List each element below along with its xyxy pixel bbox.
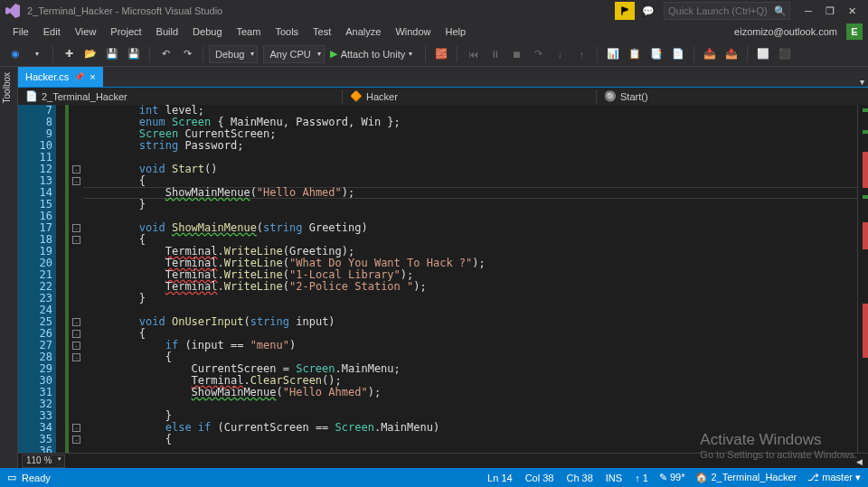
nav-project[interactable]: 📄2_Terminal_Hacker xyxy=(18,90,135,102)
fold-toggle[interactable]: - xyxy=(72,236,80,244)
status-ready: Ready xyxy=(22,473,51,483)
fold-toggle[interactable]: - xyxy=(72,353,80,361)
save-button[interactable]: 💾 xyxy=(102,44,122,64)
tabs-overflow-button[interactable]: ▾ xyxy=(860,77,868,87)
tool-icon-d[interactable]: 📄 xyxy=(668,44,688,64)
vs-logo-icon xyxy=(5,4,20,18)
file-tab-hacker[interactable]: Hacker.cs 📌 × xyxy=(18,67,103,87)
undo-button[interactable]: ↶ xyxy=(156,44,175,64)
redo-button[interactable]: ↷ xyxy=(177,44,197,64)
pin-icon[interactable]: 📌 xyxy=(74,72,84,81)
menu-window[interactable]: Window xyxy=(388,24,438,39)
menu-edit[interactable]: Edit xyxy=(36,24,68,39)
new-button[interactable]: ✚ xyxy=(59,44,79,64)
menu-bar: FileEditViewProjectBuildDebugTeamToolsTe… xyxy=(0,22,868,42)
nav-class-label: Hacker xyxy=(366,91,398,102)
tool-icon-e[interactable]: 📥 xyxy=(700,44,720,64)
status-branch[interactable]: ⎇ master ▾ xyxy=(807,472,861,483)
save-all-button[interactable]: 💾 xyxy=(124,44,144,64)
account-link[interactable]: eizomizo@outlook.com xyxy=(729,26,843,37)
tool-icon-1[interactable]: 🧱 xyxy=(431,44,451,64)
menu-help[interactable]: Help xyxy=(439,24,474,39)
nav-class[interactable]: 🔶Hacker xyxy=(343,90,596,102)
open-button[interactable]: 📂 xyxy=(80,44,100,64)
step-over-button[interactable]: ↷ xyxy=(528,44,548,64)
fold-toggle[interactable]: - xyxy=(72,165,80,173)
search-icon[interactable]: 🔍 xyxy=(770,2,790,20)
hscroll-left[interactable]: ◀ xyxy=(856,457,868,466)
zoom-combo[interactable]: 110 % xyxy=(22,454,65,468)
nav-back-button[interactable]: ◉ xyxy=(5,44,25,64)
tool-icon-a[interactable]: 📊 xyxy=(603,44,623,64)
tool-icon-g[interactable]: ⬜ xyxy=(753,44,773,64)
step-into-button[interactable]: ↓ xyxy=(550,44,570,64)
account-badge[interactable]: E xyxy=(846,23,863,40)
start-debug-button[interactable]: ▶Attach to Unity▾ xyxy=(326,45,420,63)
menu-tools[interactable]: Tools xyxy=(268,24,306,39)
restore-button[interactable]: ❐ xyxy=(819,2,841,20)
menu-view[interactable]: View xyxy=(68,24,104,39)
status-bar: ▭ Ready Ln 14 Col 38 Ch 38 INS ↑ 1 ✎ 99*… xyxy=(0,468,868,487)
status-ch: Ch 38 xyxy=(566,473,592,483)
scroll-map[interactable] xyxy=(857,105,868,453)
status-publish-icon[interactable]: ↑ 1 xyxy=(635,473,648,483)
tool-icon-b[interactable]: 📋 xyxy=(625,44,645,64)
fold-toggle[interactable]: - xyxy=(72,224,80,232)
fold-toggle[interactable]: - xyxy=(72,177,80,185)
fold-toggle[interactable]: - xyxy=(72,318,80,326)
stop-button[interactable]: ⏹ xyxy=(506,44,526,64)
notification-flag-icon[interactable] xyxy=(615,2,635,20)
status-ins: INS xyxy=(606,473,622,483)
pause-button[interactable]: ⏸ xyxy=(485,44,505,64)
menu-team[interactable]: Team xyxy=(230,24,269,39)
close-tab-icon[interactable]: × xyxy=(90,71,95,82)
platform-combo[interactable]: Any CPU xyxy=(263,45,324,63)
left-dock: Toolbox xyxy=(0,67,18,469)
menu-debug[interactable]: Debug xyxy=(185,24,229,39)
nav-project-label: 2_Terminal_Hacker xyxy=(42,91,127,102)
tool-icon-c[interactable]: 📑 xyxy=(646,44,666,64)
close-button[interactable]: ✕ xyxy=(841,2,863,20)
status-repo[interactable]: 🏠 2_Terminal_Hacker xyxy=(695,472,797,483)
start-label: Attach to Unity xyxy=(341,49,406,60)
code-editor[interactable]: 7891011121314151617181920212223242526272… xyxy=(18,105,868,453)
toolbar: ◉ ▾ ✚ 📂 💾 💾 ↶ ↷ Debug Any CPU ▶Attach to… xyxy=(0,42,868,67)
title-bar: 2_Terminal_Hacker - Microsoft Visual Stu… xyxy=(0,0,868,22)
config-combo[interactable]: Debug xyxy=(209,45,258,63)
minimize-button[interactable]: ─ xyxy=(797,2,819,20)
menu-build[interactable]: Build xyxy=(149,24,185,39)
step-back-button[interactable]: ⏮ xyxy=(463,44,483,64)
fold-toggle[interactable]: - xyxy=(72,424,80,432)
nav-method[interactable]: 🔘Start() xyxy=(597,90,868,102)
tool-icon-f[interactable]: 📤 xyxy=(722,44,741,64)
feedback-icon[interactable]: 💬 xyxy=(638,2,658,20)
status-changes-icon[interactable]: ✎ 99* xyxy=(659,472,685,483)
window-title: 2_Terminal_Hacker - Microsoft Visual Stu… xyxy=(27,5,222,16)
status-col: Col 38 xyxy=(525,473,554,483)
status-ready-icon: ▭ xyxy=(7,472,16,483)
menu-test[interactable]: Test xyxy=(306,24,338,39)
step-out-button[interactable]: ↑ xyxy=(571,44,591,64)
fold-toggle[interactable]: - xyxy=(72,330,80,338)
fold-toggle[interactable]: - xyxy=(72,342,80,350)
tool-icon-h[interactable]: ⬛ xyxy=(775,44,795,64)
nav-bar: 📄2_Terminal_Hacker 🔶Hacker 🔘Start() xyxy=(18,87,868,105)
menu-analyze[interactable]: Analyze xyxy=(338,24,388,39)
file-tab-name: Hacker.cs xyxy=(25,71,69,82)
menu-project[interactable]: Project xyxy=(103,24,148,39)
editor-footer: 110 % ◀ xyxy=(18,453,868,469)
status-line: Ln 14 xyxy=(487,473,513,483)
nav-dropdown-button[interactable]: ▾ xyxy=(27,44,47,64)
menu-file[interactable]: File xyxy=(5,24,36,39)
nav-method-label: Start() xyxy=(620,91,648,102)
fold-toggle[interactable]: - xyxy=(72,435,80,444)
document-tabs: Hacker.cs 📌 × ▾ xyxy=(18,67,868,87)
toolbox-tab[interactable]: Toolbox xyxy=(0,67,14,108)
